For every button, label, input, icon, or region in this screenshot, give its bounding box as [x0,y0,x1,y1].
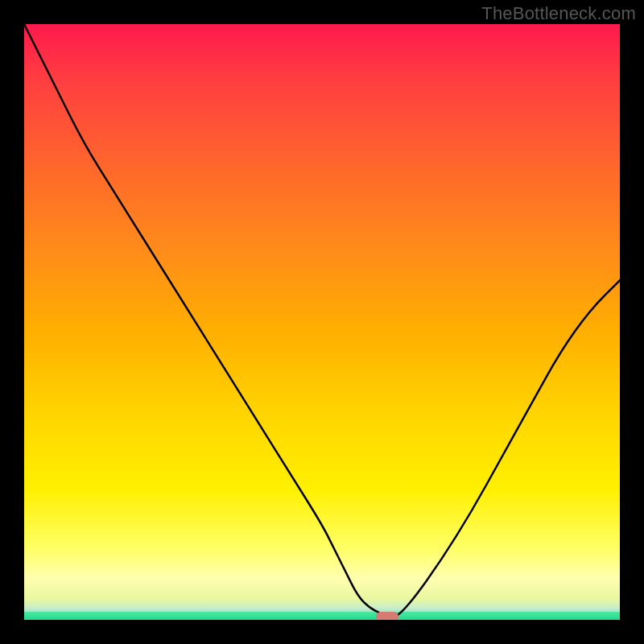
bottleneck-curve [24,24,620,620]
bottleneck-curve-path [24,24,620,617]
chart-frame: TheBottleneck.com [0,0,644,644]
watermark-text: TheBottleneck.com [481,3,636,24]
plot-area [24,24,620,620]
optimal-marker [376,612,398,620]
